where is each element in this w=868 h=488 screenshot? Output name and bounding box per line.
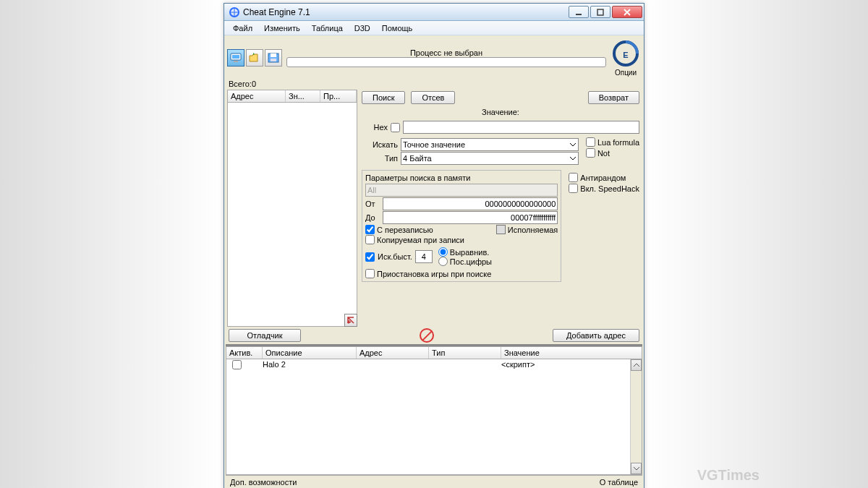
col-value[interactable]: Значение — [501, 347, 642, 359]
copyonwrite-label: Копируемая при записи — [377, 236, 464, 244]
add-address-button[interactable]: Добавить адрес — [553, 329, 639, 342]
fastscan-label: Иск.быст. — [378, 252, 412, 261]
lua-label: Lua formula — [597, 138, 639, 147]
value-input[interactable] — [403, 121, 639, 134]
next-scan-button[interactable]: Отсев — [411, 91, 455, 104]
table-scrollbar[interactable] — [630, 359, 642, 474]
lastdigits-label: Пос.цифры — [450, 257, 492, 266]
col-type[interactable]: Тип — [429, 347, 501, 359]
svg-rect-4 — [232, 55, 239, 59]
from-label: От — [365, 200, 380, 208]
fastscan-value[interactable] — [415, 250, 433, 263]
memory-view-button[interactable]: Отладчик — [229, 329, 301, 342]
svg-text:E: E — [623, 51, 628, 59]
process-status-label: Процесс не выбран — [410, 48, 482, 57]
svg-rect-2 — [597, 9, 603, 15]
scantype-label: Искать — [362, 140, 398, 149]
menu-edit[interactable]: Изменить — [258, 22, 306, 34]
antirandom-checkbox[interactable] — [569, 173, 578, 182]
alignment-label: Выравнив. — [450, 248, 489, 257]
svg-rect-8 — [271, 59, 276, 61]
executable-checkbox[interactable] — [496, 225, 506, 234]
scroll-up-icon[interactable] — [631, 359, 642, 371]
hex-checkbox[interactable] — [391, 123, 400, 132]
lastdigits-radio[interactable] — [438, 257, 448, 266]
memory-scan-fieldset: Параметры поиска в памяти All От До С пе… — [362, 170, 561, 282]
status-left[interactable]: Доп. возможности — [230, 478, 297, 487]
col-desc[interactable]: Описание — [263, 347, 357, 359]
row-active-checkbox[interactable] — [232, 360, 242, 369]
statusbar: Доп. возможности О таблице — [226, 475, 642, 488]
col-address[interactable]: Адрес — [228, 90, 286, 102]
select-process-button[interactable] — [227, 49, 244, 67]
antirandom-label: Антирандом — [580, 174, 626, 182]
scantype-select[interactable]: Точное значение — [401, 138, 579, 151]
writable-checkbox[interactable] — [365, 225, 375, 234]
from-input[interactable] — [383, 197, 558, 210]
alignment-radio[interactable] — [438, 247, 448, 257]
svg-rect-7 — [271, 53, 276, 57]
valuetype-select[interactable]: 4 Байта — [401, 152, 579, 165]
col-prev[interactable]: Пр... — [320, 90, 357, 102]
to-label: До — [365, 213, 380, 222]
menu-d3d[interactable]: D3D — [349, 22, 376, 34]
memory-region-select[interactable]: All — [365, 184, 558, 197]
client-area: Процесс не выбран E Опции Всего:0 Адрес … — [224, 35, 644, 488]
app-icon — [229, 7, 240, 18]
watermark: VGTimes — [697, 467, 760, 484]
not-checkbox[interactable] — [586, 148, 595, 158]
row-addr[interactable] — [357, 360, 429, 371]
total-label: Всего: — [229, 80, 252, 88]
svg-rect-1 — [576, 14, 582, 15]
fastscan-checkbox[interactable] — [365, 252, 375, 262]
pause-label: Приостановка игры при поиске — [377, 270, 491, 278]
total-value: 0 — [252, 80, 256, 88]
menubar: Файл Изменить Таблица D3D Помощь — [224, 21, 644, 35]
close-button[interactable] — [612, 6, 642, 18]
value-label: Значение: — [362, 108, 639, 116]
progress-bar — [286, 57, 606, 67]
open-file-button[interactable] — [246, 49, 263, 67]
speedhack-checkbox[interactable] — [569, 184, 578, 193]
menu-help[interactable]: Помощь — [376, 22, 419, 34]
options-link[interactable]: Опции — [615, 69, 637, 77]
col-active[interactable]: Актив. — [226, 347, 263, 359]
row-desc[interactable]: Halo 2 — [263, 360, 357, 371]
menu-table[interactable]: Таблица — [306, 22, 349, 34]
row-value[interactable]: <скрипт> — [501, 360, 630, 371]
table-rows[interactable]: Halo 2 <скрипт> — [226, 359, 630, 474]
memory-params-label: Параметры поиска в памяти — [365, 174, 558, 182]
no-entry-icon[interactable] — [420, 328, 434, 343]
col-addr[interactable]: Адрес — [357, 347, 429, 359]
results-list[interactable] — [227, 103, 357, 327]
search-pane: Поиск Отсев Возврат Значение: Hex Искать — [360, 90, 641, 327]
cheat-table: Актив. Описание Адрес Тип Значение Halo … — [226, 344, 642, 475]
row-type[interactable] — [429, 360, 501, 371]
svg-rect-5 — [234, 61, 238, 62]
minimize-button[interactable] — [569, 6, 589, 18]
executable-label: Исполняемая — [508, 226, 558, 234]
maximize-button[interactable] — [590, 6, 610, 18]
scroll-down-icon[interactable] — [631, 463, 642, 474]
not-label: Not — [597, 149, 610, 158]
window-title: Cheat Engine 7.1 — [243, 7, 569, 17]
ce-logo-icon[interactable]: E — [610, 38, 641, 69]
valuetype-label: Тип — [362, 154, 398, 163]
copy-results-button[interactable] — [344, 314, 357, 327]
first-scan-button[interactable]: Поиск — [362, 91, 405, 104]
save-button[interactable] — [265, 49, 282, 67]
table-row[interactable]: Halo 2 <скрипт> — [226, 359, 630, 372]
col-value[interactable]: Зн... — [286, 90, 320, 102]
copyonwrite-checkbox[interactable] — [365, 235, 375, 244]
to-input[interactable] — [383, 211, 558, 224]
results-pane: Адрес Зн... Пр... — [227, 90, 357, 327]
hex-label: Hex — [362, 123, 388, 132]
app-window: Cheat Engine 7.1 Файл Изменить Таблица D… — [224, 3, 644, 488]
pause-checkbox[interactable] — [365, 269, 375, 278]
speedhack-label: Вкл. SpeedHack — [580, 184, 639, 193]
menu-file[interactable]: Файл — [227, 22, 258, 34]
undo-scan-button[interactable]: Возврат — [588, 91, 639, 104]
status-right[interactable]: О таблице — [600, 478, 638, 487]
titlebar[interactable]: Cheat Engine 7.1 — [224, 4, 644, 21]
lua-checkbox[interactable] — [586, 137, 595, 147]
